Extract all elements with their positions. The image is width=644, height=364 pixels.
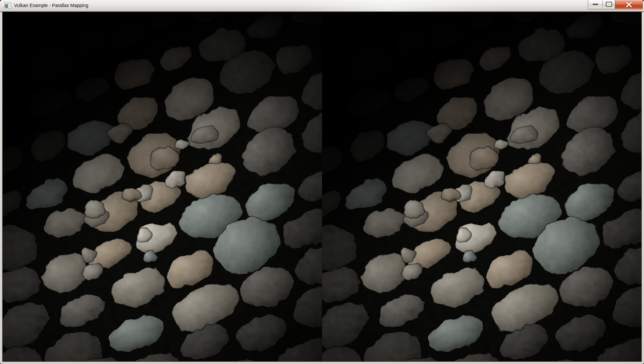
close-icon [625,2,633,7]
app-window: Vulkan Example - Parallax Mapping [0,0,644,364]
maximize-icon [606,2,612,7]
render-client-area [3,12,641,361]
window-title: Vulkan Example - Parallax Mapping [14,0,88,11]
maximize-button[interactable] [602,0,615,9]
titlebar[interactable]: Vulkan Example - Parallax Mapping [0,0,644,12]
minimize-button[interactable] [588,0,603,9]
window-controls [588,0,643,9]
close-button[interactable] [615,0,643,9]
render-canvas [3,12,641,361]
app-window-icon[interactable] [4,3,11,8]
viewport-right[interactable] [293,12,641,361]
titlebar-sheen [0,0,644,11]
minimize-icon [593,4,598,5]
